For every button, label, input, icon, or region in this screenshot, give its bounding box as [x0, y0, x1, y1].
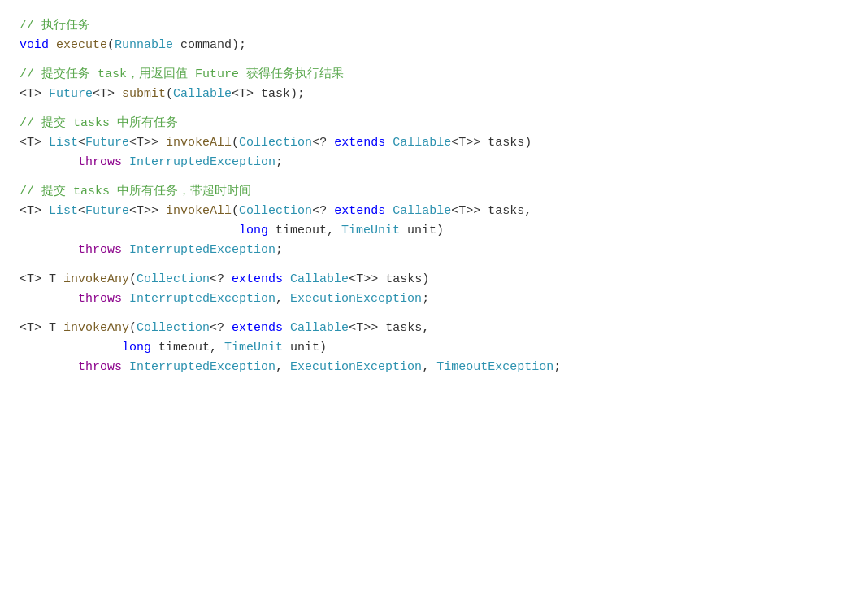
wildcard4: <? [210, 319, 232, 338]
future-generic3: <T>> [129, 202, 166, 221]
unit-param2: unit) [283, 338, 327, 358]
comment-invokeall-text: // 提交 tasks 中所有任务 [20, 114, 178, 133]
semi1: ; [276, 153, 283, 172]
callable-close4: <T>> tasks, [349, 319, 429, 338]
collection-type4: Collection [137, 319, 210, 338]
wildcard1: <? [312, 133, 334, 153]
spacer4 [20, 260, 848, 270]
interrupted-exception2: InterruptedException [129, 241, 276, 260]
indent-timeout3 [20, 338, 122, 358]
line-invokeany-throws: throws InterruptedException , ExecutionE… [20, 289, 848, 309]
space-long2: timeout, [151, 338, 224, 358]
code-block: // 执行任务 void execute ( Runnable command)… [20, 16, 848, 377]
line-invokeall-throws: throws InterruptedException ; [20, 153, 848, 172]
comment-invokeall-timeout: // 提交 tasks 中所有任务，带超时时间 [20, 182, 848, 202]
space-ext4 [283, 319, 290, 338]
invokeany-method2: invokeAny [63, 319, 129, 338]
callable-generic: <T> task); [232, 85, 305, 104]
list-type2: List [49, 202, 78, 221]
generic-t3: <T> T [20, 270, 63, 289]
space-throws2 [122, 241, 129, 260]
invokeall-paren2: ( [232, 202, 239, 221]
invokeall-paren: ( [232, 133, 239, 153]
indent2 [20, 241, 78, 260]
void-keyword: void [20, 36, 49, 55]
callable-type3: Callable [393, 202, 451, 221]
runnable-type: Runnable [115, 36, 173, 55]
submit-paren: ( [166, 85, 173, 104]
execution-exception2: ExecutionException [290, 358, 422, 377]
line-invokeall-timeout1: <T> List < Future <T>> invokeAll ( Colle… [20, 202, 848, 221]
invokeall-method2: invokeAll [166, 202, 232, 221]
indent-timeout2 [20, 221, 239, 241]
collection-type3: Collection [137, 270, 210, 289]
line-submit: <T> Future <T> submit ( Callable <T> tas… [20, 85, 848, 104]
comment-text: // 执行任务 [20, 16, 90, 36]
callable-type5: Callable [290, 319, 349, 338]
line-invokeall-timeout2: long timeout, TimeUnit unit) [20, 221, 848, 241]
throws-keyword2: throws [78, 241, 122, 260]
invokeany-paren2: ( [129, 319, 137, 338]
invokeall-generic: <T> [20, 133, 49, 153]
indent3 [20, 289, 78, 309]
invokeany-paren: ( [129, 270, 137, 289]
comment-submit: // 提交任务 task，用返回值 Future 获得任务执行结果 [20, 65, 848, 85]
callable-close3: <T>> tasks) [349, 270, 429, 289]
comment-invokeall: // 提交 tasks 中所有任务 [20, 114, 848, 133]
execution-exception1: ExecutionException [290, 289, 422, 309]
comma-throws3: , [422, 358, 436, 377]
wildcard2: <? [312, 202, 334, 221]
extends-keyword3: extends [232, 270, 283, 289]
comment-submit-text: // 提交任务 task，用返回值 Future 获得任务执行结果 [20, 65, 344, 85]
semi4: ; [553, 358, 561, 377]
wildcard3: <? [210, 270, 232, 289]
spacer2 [20, 104, 848, 114]
throws-keyword3: throws [78, 289, 122, 309]
semi3: ; [422, 289, 429, 309]
list-type: List [49, 133, 78, 153]
comment-timeout-text: // 提交 tasks 中所有任务，带超时时间 [20, 182, 251, 202]
generic-t: <T> [20, 85, 49, 104]
callable-close2: <T>> tasks, [451, 202, 532, 221]
long-keyword2: long [122, 338, 151, 358]
spacer1 [20, 55, 848, 65]
line-invokeany-timeout-throws: throws InterruptedException , ExecutionE… [20, 358, 848, 377]
comment-execute: // 执行任务 [20, 16, 848, 36]
extends-keyword2: extends [334, 202, 385, 221]
generic-t4: <T> T [20, 319, 63, 338]
interrupted-exception1: InterruptedException [129, 153, 276, 172]
callable-type4: Callable [290, 270, 349, 289]
semi2: ; [276, 241, 283, 260]
invokeall-method: invokeAll [166, 133, 232, 153]
future-generic: <T> [93, 85, 122, 104]
space1 [49, 36, 56, 55]
future-type3: Future [85, 202, 129, 221]
line-invokeany-timeout2: long timeout, TimeUnit unit) [20, 338, 848, 358]
indent4 [20, 358, 78, 377]
throws-keyword4: throws [78, 358, 122, 377]
spacer5 [20, 309, 848, 319]
collection-type: Collection [239, 133, 312, 153]
spacer3 [20, 172, 848, 182]
future-type: Future [49, 85, 93, 104]
space-ext1 [385, 133, 393, 153]
space-ext2 [385, 202, 393, 221]
extends-keyword1: extends [334, 133, 385, 153]
line-invokeall-timeout-throws: throws InterruptedException ; [20, 241, 848, 260]
submit-method: submit [122, 85, 166, 104]
list-generic-open: < [78, 133, 85, 153]
invokeany-method: invokeAny [63, 270, 129, 289]
list-generic2: < [78, 202, 85, 221]
line-invokeany1: <T> T invokeAny ( Collection <? extends … [20, 270, 848, 289]
timeout-exception: TimeoutException [436, 358, 553, 377]
long-keyword: long [239, 221, 268, 241]
callable-close1: <T>> tasks) [451, 133, 532, 153]
comma-throws2: , [276, 358, 290, 377]
space-throws1 [122, 153, 129, 172]
indent1 [20, 153, 78, 172]
callable-type: Callable [173, 85, 232, 104]
collection-type2: Collection [239, 202, 312, 221]
future-type2: Future [85, 133, 129, 153]
comma-throws1: , [276, 289, 290, 309]
future-generic2: <T>> [129, 133, 166, 153]
